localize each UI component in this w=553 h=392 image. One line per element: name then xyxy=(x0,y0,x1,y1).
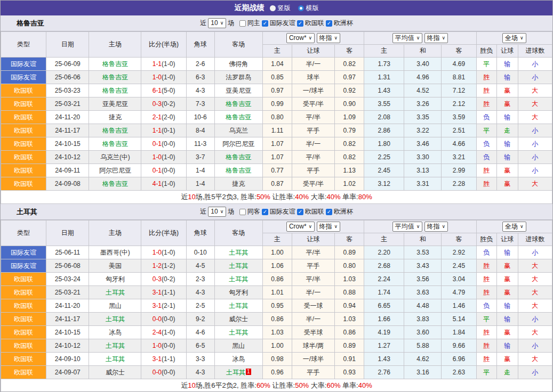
odds-home-cell: 0.85 xyxy=(262,71,292,84)
away-team-name: 威尔士 xyxy=(229,315,248,323)
radio-horizontal-icon[interactable] xyxy=(298,5,304,11)
fulltime-score: 2-4 xyxy=(153,329,162,336)
competition-cell: 国际友谊 xyxy=(1,259,46,273)
league-checkbox-label[interactable]: 国际友谊 xyxy=(270,19,295,28)
odds-source-select[interactable]: Crow*∨ xyxy=(286,33,315,43)
goals-result-cell: 大 xyxy=(518,97,552,111)
same-venue-checkbox[interactable] xyxy=(239,209,246,215)
fulltime-score: 1-1 xyxy=(153,60,162,68)
summary-highlight: 40% xyxy=(358,381,372,389)
same-venue-checkbox[interactable] xyxy=(239,20,246,27)
recent-results-panel: 近期战绩 竖版 横版 格鲁吉亚近10∨场 同主国际友谊欧国联欧洲杯类型日期主场比… xyxy=(0,0,553,392)
corner-cell: 4-3 xyxy=(186,366,214,379)
odds-home-cell: 0.87 xyxy=(262,177,292,191)
avg-time-select[interactable]: 终指∨ xyxy=(424,33,448,43)
table-row: 欧国联24-09-11阿尔巴尼亚0-1(0-0)1-4格鲁吉亚0.77平手1.1… xyxy=(1,164,552,177)
fulltime-score: 0-0 xyxy=(153,369,162,376)
odds-time-select[interactable]: 终指∨ xyxy=(317,222,341,232)
halftime-score: (1-0) xyxy=(162,60,175,68)
competition-cell: 国际友谊 xyxy=(1,71,46,84)
competition-badge: 欧国联 xyxy=(1,111,46,124)
sub-column-header: 进球数 xyxy=(518,45,552,58)
goals-result-cell: 小 xyxy=(518,339,552,353)
same-venue-label[interactable]: 同客 xyxy=(247,207,260,216)
odds-handicap-cell: 平/半 xyxy=(292,246,334,259)
column-header: 比分(半场) xyxy=(141,220,186,246)
scope-select[interactable]: 全场∨ xyxy=(502,33,526,43)
avg-draw-cell: 4.96 xyxy=(404,71,442,84)
odds-handicap-cell: 受平/半 xyxy=(292,177,334,191)
league-checkbox-label[interactable]: 欧国联 xyxy=(305,207,324,216)
section-filter-bar: 格鲁吉亚近10∨场 同主国际友谊欧国联欧洲杯 xyxy=(1,15,552,31)
odds-home-cell: 0.86 xyxy=(262,313,292,326)
odds-handicap-cell: 平手 xyxy=(292,124,334,137)
odds-handicap-cell: 一/球半 xyxy=(292,84,334,97)
odds-time-select[interactable]: 终指∨ xyxy=(317,33,341,43)
summary-segment: 场,胜6平2负2, 胜率: xyxy=(196,381,257,389)
result-cell: 胜 xyxy=(476,339,496,353)
games-count-select[interactable]: 10∨ xyxy=(208,18,226,28)
chevron-down-icon: ∨ xyxy=(416,34,420,42)
result-cell: 负 xyxy=(476,246,496,259)
league-checkbox-2[interactable] xyxy=(326,20,332,27)
competition-badge: 欧国联 xyxy=(1,313,46,325)
competition-badge: 欧国联 xyxy=(1,366,46,379)
odds-home-cell: 1.00 xyxy=(262,339,292,353)
summary-row: 近10场,胜5平2负3, 胜率:50% 让胜率:40% 大率:40% 单率:80… xyxy=(1,191,552,204)
avg-draw-cell: 5.88 xyxy=(404,339,442,353)
radio-vertical-layout[interactable]: 竖版 xyxy=(270,4,291,13)
league-checkbox-label[interactable]: 欧洲杯 xyxy=(334,207,353,216)
halftime-score: (0-2) xyxy=(162,275,175,283)
league-checkbox-label[interactable]: 欧国联 xyxy=(305,19,324,28)
avg-source-select[interactable]: 平均值∨ xyxy=(392,33,423,43)
league-checkbox-label[interactable]: 欧洲杯 xyxy=(334,19,353,28)
table-row: 欧国联24-09-10土耳其3-1(1-1)3-3冰岛0.98一/球半0.911… xyxy=(1,353,552,366)
sub-column-header: 客 xyxy=(335,233,364,246)
league-checkbox-2[interactable] xyxy=(326,209,332,215)
summary-highlight: 40% xyxy=(326,193,340,201)
league-checkbox-label[interactable]: 国际友谊 xyxy=(270,207,295,216)
date-cell: 24-11-20 xyxy=(46,299,89,313)
score-cell: 0-0(0-0) xyxy=(141,313,186,326)
column-header: 主场 xyxy=(89,32,141,58)
filter-controls: 近10∨场 同主国际友谊欧国联欧洲杯 xyxy=(200,18,352,28)
handicap-result-cell: 输 xyxy=(496,339,518,353)
odds-away-cell: 1.03 xyxy=(335,313,364,326)
league-checkbox-0[interactable] xyxy=(262,209,268,215)
sub-column-header: 进球数 xyxy=(518,233,552,246)
result-cell: 平 xyxy=(476,124,496,137)
result-cell: 胜 xyxy=(476,353,496,366)
same-venue-label[interactable]: 同主 xyxy=(247,19,260,28)
avg-time-select[interactable]: 终指∨ xyxy=(424,222,448,232)
league-checkbox-1[interactable] xyxy=(297,20,303,27)
home-team-cell: 土耳其 xyxy=(89,353,141,366)
section-team-name: 格鲁吉亚 xyxy=(17,19,44,28)
avg-draw-cell: 3.43 xyxy=(404,259,442,273)
sub-column-header: 让球 xyxy=(292,45,334,58)
avg-draw-cell: 4.48 xyxy=(404,299,442,313)
corner-cell: 7-3 xyxy=(186,97,214,111)
avg-home-cell: 2.76 xyxy=(364,366,404,379)
radio-horizontal-layout[interactable]: 横版 xyxy=(298,4,319,13)
league-checkbox-0[interactable] xyxy=(262,20,268,27)
league-checkbox-1[interactable] xyxy=(297,209,303,215)
radio-horizontal-label[interactable]: 横版 xyxy=(306,4,319,13)
chevron-down-icon: ∨ xyxy=(520,223,524,231)
handicap-result-cell: 输 xyxy=(496,246,518,259)
corner-cell: 8-4 xyxy=(186,124,214,137)
score-cell: 0-1(0-0) xyxy=(141,137,186,151)
score-cell: 4-1(1-0) xyxy=(141,177,186,191)
scope-select[interactable]: 全场∨ xyxy=(502,222,526,232)
odds-source-select[interactable]: Crow*∨ xyxy=(286,222,315,232)
radio-vertical-label[interactable]: 竖版 xyxy=(278,4,291,13)
result-cell: 负 xyxy=(476,137,496,151)
radio-vertical-icon[interactable] xyxy=(270,5,276,11)
chevron-down-icon: ∨ xyxy=(334,34,338,42)
games-count-select[interactable]: 10∨ xyxy=(208,207,226,217)
corner-cell: 6-5 xyxy=(186,339,214,353)
red-card-badge: 1 xyxy=(246,369,251,375)
odds-away-cell: 0.90 xyxy=(335,97,364,111)
avg-source-select[interactable]: 平均值∨ xyxy=(392,222,423,232)
scope-select-value: 全场 xyxy=(505,223,518,231)
sub-column-header: 主 xyxy=(364,45,404,58)
